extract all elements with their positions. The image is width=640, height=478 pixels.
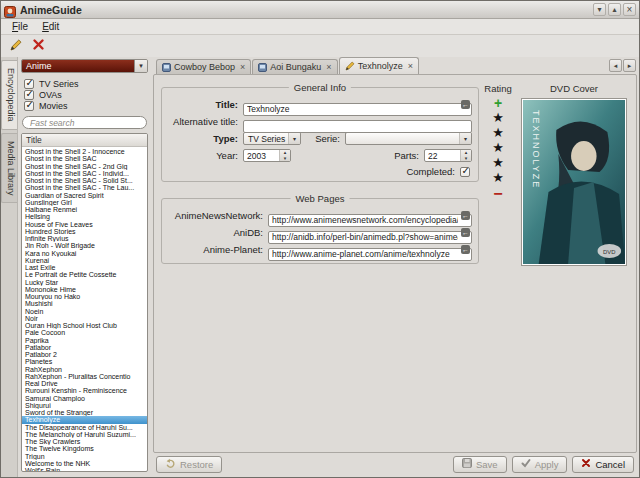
side-tab-encyclopedia[interactable]: Encyclopedia [1,60,17,130]
list-item[interactable]: Welcome to the NHK [22,460,147,467]
list-item[interactable]: Paprika [22,337,147,344]
completed-checkbox[interactable] [460,167,470,177]
chevron-down-icon[interactable] [459,133,471,144]
web-page-input[interactable] [268,248,472,261]
clear-text-icon[interactable] [461,245,470,254]
list-item[interactable]: Ghost in the Shell SAC - 2nd Gig [22,163,147,170]
list-item[interactable]: The Twelve Kingdoms [22,445,147,452]
maximize-button[interactable] [608,3,621,16]
list-item[interactable]: Mouryou no Hako [22,293,147,300]
clear-text-icon[interactable] [461,211,470,220]
star-icon[interactable]: ★ [492,170,504,185]
star-icon[interactable]: ★ [492,125,504,140]
list-item[interactable]: Mushishi [22,300,147,307]
star-icon[interactable]: ★ [492,110,504,125]
list-item[interactable]: House of Five Leaves [22,221,147,228]
title-input[interactable] [243,103,472,116]
list-item[interactable]: Wolf's Rain [22,467,147,471]
star-icon[interactable]: ★ [492,155,504,170]
list-item[interactable]: Le Portrait de Petite Cossette [22,271,147,278]
checkbox-icon[interactable] [24,90,34,100]
list-item[interactable]: Trigun [22,453,147,460]
list-item[interactable]: Last Exile [22,264,147,271]
titlebar[interactable]: AnimeGuide [1,1,639,19]
edit-entry-button[interactable] [6,37,25,56]
year-stepper[interactable]: 2003 ▴▾ [243,149,291,162]
close-tab-icon[interactable]: × [240,63,245,72]
side-tab-media-library[interactable]: Media Library [1,133,17,204]
tab-texhnolyze[interactable]: Texhnolyze× [339,57,419,74]
type-select[interactable]: TV Series [243,132,301,145]
spin-arrows-icon[interactable]: ▴▾ [460,150,471,161]
list-item[interactable]: The Sky Crawlers [22,438,147,445]
spin-arrows-icon[interactable]: ▴▾ [279,150,290,161]
list-item[interactable]: Patlabor 2 [22,351,147,358]
list-item[interactable]: Noir [22,315,147,322]
tab-cowboy-bebop[interactable]: Cowboy Bebop× [156,59,251,74]
list-item[interactable]: Samurai Champloo [22,395,147,402]
list-item[interactable]: Kurenai [22,257,147,264]
scroll-tabs-right-button[interactable]: ▸ [623,59,636,72]
list-item[interactable]: Ouran High School Host Club [22,322,147,329]
apply-button[interactable]: Apply [512,456,568,473]
star-icon[interactable]: ★ [492,140,504,155]
delete-entry-button[interactable] [29,37,48,56]
parts-stepper[interactable]: 22 ▴▾ [424,149,472,162]
web-page-input[interactable] [268,231,472,244]
close-button[interactable] [623,3,636,16]
close-tab-icon[interactable]: × [326,63,331,72]
list-item[interactable]: Gunslinger Girl [22,199,147,206]
chevron-down-icon[interactable] [134,60,147,72]
list-item[interactable]: Hundred Stories [22,228,147,235]
menu-edit[interactable]: Edit [35,20,66,33]
list-item[interactable]: Real Drive [22,380,147,387]
serie-select[interactable] [345,132,472,145]
list-item[interactable]: Infinite Ryvius [22,235,147,242]
remove-star-button[interactable]: − [493,187,502,200]
list-item[interactable]: The Disappearance of Haruhi Su... [22,424,147,431]
list-item[interactable]: Jin Roh - Wolf Brigade [22,242,147,249]
list-item[interactable]: Sword of the Stranger [22,409,147,416]
clear-text-icon[interactable] [461,228,470,237]
list-item[interactable]: Patlabor [22,344,147,351]
filter-tv-series[interactable]: TV Series [24,78,148,89]
scroll-tabs-left-button[interactable]: ◂ [609,59,622,72]
restore-button[interactable]: Restore [156,456,222,473]
tab-aoi-bungaku[interactable]: Aoi Bungaku× [252,59,337,74]
list-item[interactable]: RahXephon [22,366,147,373]
list-item[interactable]: Ghost in the Shell SAC - Individ... [22,170,147,177]
list-item[interactable]: Guardian of Sacred Spirit [22,192,147,199]
filter-movies[interactable]: Movies [24,100,148,111]
list-item[interactable]: Shigurui [22,402,147,409]
list-item[interactable]: Hellsing [22,213,147,220]
list-item[interactable]: Mononoke Hime [22,286,147,293]
list-item[interactable]: Ghost in the Shell SAC - Solid St... [22,177,147,184]
alt-title-input[interactable] [243,120,472,133]
list-item[interactable]: Texhnolyze [22,416,147,423]
checkbox-icon[interactable] [24,101,34,111]
menu-file[interactable]: File [5,20,35,33]
category-select[interactable]: Anime [21,59,148,73]
list-item[interactable]: Noein [22,308,147,315]
list-item[interactable]: Ghost in the Shell SAC [22,155,147,162]
list-item[interactable]: RahXephon - Pluralitas Concentio [22,373,147,380]
list-item[interactable]: Pale Cocoon [22,329,147,336]
web-page-input[interactable] [268,214,472,227]
list-item[interactable]: Kara no Kyoukai [22,250,147,257]
add-star-button[interactable]: + [494,97,502,110]
chevron-down-icon[interactable] [288,133,300,144]
clear-text-icon[interactable] [461,100,470,109]
filter-ovas[interactable]: OVAs [24,89,148,100]
fast-search-input[interactable] [22,116,147,129]
checkbox-icon[interactable] [24,79,34,89]
close-tab-icon[interactable]: × [408,62,413,71]
list-item[interactable]: Ghost in the Shell SAC - The Lau... [22,184,147,191]
save-button[interactable]: Save [453,456,507,473]
title-column-header[interactable]: Title [22,134,147,147]
list-item[interactable]: The Melancholy of Haruhi Suzumi... [22,431,147,438]
list-item[interactable]: Lucky Star [22,279,147,286]
list-item[interactable]: Rurouni Kenshin - Reminiscence [22,387,147,394]
list-item[interactable]: Planetes [22,358,147,365]
minimize-button[interactable] [593,3,606,16]
list-item[interactable]: Ghost in the Shell 2 - Innocence [22,148,147,155]
